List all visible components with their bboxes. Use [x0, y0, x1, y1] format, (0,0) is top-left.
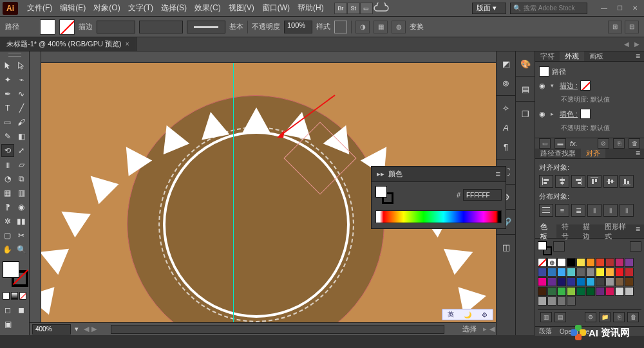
dock-properties-icon[interactable]: ◩: [498, 55, 515, 72]
swatch-cell[interactable]: [567, 258, 576, 267]
new-fill-btn[interactable]: ▬: [554, 138, 566, 149]
vertical-guide[interactable]: [233, 63, 234, 322]
tab-paragraph[interactable]: 段落: [539, 327, 552, 336]
menu-type[interactable]: 文字(T): [124, 3, 157, 14]
color-panel-menu[interactable]: ≡: [495, 169, 500, 179]
swatch-cell[interactable]: [576, 277, 585, 286]
color-spectrum[interactable]: [375, 210, 502, 223]
ruler-origin[interactable]: [30, 51, 41, 63]
shape-builder-tool[interactable]: ◔: [1, 172, 14, 185]
align-vcenter[interactable]: [603, 175, 618, 188]
type-tool[interactable]: T: [1, 102, 14, 114]
eraser-tool[interactable]: ◧: [15, 130, 28, 143]
window-close[interactable]: ✕: [629, 4, 641, 13]
draw-behind[interactable]: ◼: [15, 304, 28, 316]
swatch-cell[interactable]: [538, 277, 547, 286]
menu-file[interactable]: 文件(F): [23, 3, 56, 14]
direct-selection-tool[interactable]: [15, 59, 28, 72]
color-panel-fillstroke[interactable]: [375, 186, 393, 204]
stroke-swatch[interactable]: [59, 19, 75, 35]
tab-scroll-right[interactable]: ▶: [632, 40, 641, 49]
swatch-cell[interactable]: [596, 277, 605, 286]
swatch-new-btn[interactable]: ⎘: [613, 312, 625, 322]
swatch-cell[interactable]: [615, 258, 624, 267]
swatch-cell[interactable]: [605, 287, 614, 296]
color-panel[interactable]: ▸▸ 颜色 ≡ # FFFFFF: [371, 166, 506, 229]
swatch-cell[interactable]: [625, 258, 634, 267]
tab-appearance[interactable]: 外观: [560, 51, 584, 61]
workspace-select[interactable]: 版面 ▾: [472, 3, 506, 14]
arrange-icon[interactable]: ▭: [360, 3, 373, 14]
symbol-sprayer-tool[interactable]: ✲: [1, 215, 14, 228]
selection-tool[interactable]: [1, 59, 14, 72]
dock-color-icon[interactable]: 🎨: [517, 55, 534, 72]
dock-para-icon[interactable]: ¶: [498, 138, 515, 155]
edit-similar-icon[interactable]: ⊟: [625, 21, 639, 33]
tab-artboards[interactable]: 画板: [584, 51, 609, 61]
swatch-cell[interactable]: [576, 258, 585, 267]
expand-caret[interactable]: ▾: [551, 82, 557, 89]
fill-row-label[interactable]: 填色 :: [560, 109, 578, 119]
pen-tool[interactable]: ✒: [1, 87, 14, 100]
swatch-cell[interactable]: [615, 268, 624, 277]
swatch-kind-btn[interactable]: ▤: [554, 312, 566, 322]
align-panel-menu[interactable]: ≡: [632, 149, 644, 158]
swatch-delete-btn[interactable]: 🗑: [627, 312, 639, 322]
dist-bottom[interactable]: ≣: [571, 204, 585, 217]
swatch-cell[interactable]: [547, 277, 556, 286]
blend-tool[interactable]: ◉: [15, 201, 28, 214]
swatch-cell[interactable]: [596, 287, 605, 296]
draw-normal[interactable]: ◻: [1, 304, 14, 316]
swatch-cell[interactable]: [547, 297, 556, 306]
expand-caret[interactable]: ▸: [551, 111, 557, 117]
ruler-vertical[interactable]: [30, 63, 41, 322]
swatch-cell[interactable]: [615, 287, 624, 296]
visibility-toggle[interactable]: ◉: [539, 82, 548, 90]
eyedropper-tool[interactable]: ⁋: [1, 201, 14, 214]
swatch-cell[interactable]: [557, 258, 566, 267]
menu-effect[interactable]: 效果(C): [191, 3, 225, 14]
column-graph-tool[interactable]: ▮▮: [15, 215, 28, 228]
tab-character[interactable]: 字符: [535, 51, 560, 61]
swatch-cell[interactable]: [567, 268, 576, 277]
swatch-cell[interactable]: [605, 268, 614, 277]
magic-wand-tool[interactable]: ✦: [1, 73, 14, 86]
swatch-cell[interactable]: [586, 268, 595, 277]
style-swatch[interactable]: [334, 21, 347, 33]
swatch-cell[interactable]: [557, 268, 566, 277]
swatch-cell[interactable]: [625, 277, 634, 286]
swatch-cell[interactable]: [596, 268, 605, 277]
window-minimize[interactable]: —: [598, 4, 611, 13]
curvature-tool[interactable]: ∿: [15, 87, 28, 100]
swatches-panel-menu[interactable]: ≡: [632, 224, 644, 238]
tab-swatches[interactable]: 色板: [535, 224, 556, 238]
swatch-list-btn[interactable]: [630, 241, 641, 252]
swatch-menu-btn[interactable]: [553, 241, 565, 252]
rotate-tool[interactable]: ⟲: [1, 144, 14, 157]
menu-window[interactable]: 窗口(W): [258, 3, 294, 14]
swatch-cell[interactable]: [557, 297, 566, 306]
duplicate-btn[interactable]: ⎘: [613, 138, 625, 149]
swatch-options-btn[interactable]: ⚙: [585, 312, 596, 322]
bridge-icon[interactable]: Br: [334, 3, 347, 14]
fx-button[interactable]: fx.: [570, 140, 578, 147]
tab-graphic-styles[interactable]: 图形样式: [600, 224, 632, 238]
tab-scroll-left[interactable]: ◀: [622, 40, 631, 49]
dock-layers-b-icon[interactable]: ◫: [498, 239, 515, 255]
document-tab[interactable]: 未标题-1* @ 400% (RGB/GPU 预览) ×: [0, 37, 137, 51]
paintbrush-tool[interactable]: 🖌: [15, 116, 28, 129]
tab-pathfinder[interactable]: 路径查找器: [535, 149, 581, 158]
fill-swatch[interactable]: [40, 19, 55, 35]
rectangle-tool[interactable]: ▭: [1, 116, 14, 129]
line-tool[interactable]: ╱: [15, 102, 28, 114]
clear-btn[interactable]: ⊘: [598, 138, 609, 149]
scale-tool[interactable]: ⤢: [15, 144, 28, 157]
screen-mode[interactable]: ▣: [1, 318, 14, 331]
swatch-cell[interactable]: [567, 277, 576, 286]
gradient-tool[interactable]: ▥: [15, 187, 28, 199]
stroke-width-field[interactable]: [97, 21, 135, 33]
swatch-cell[interactable]: [625, 287, 634, 296]
free-transform-tool[interactable]: ▱: [15, 158, 28, 171]
scrollbar-horizontal[interactable]: [111, 325, 444, 334]
ruler-horizontal[interactable]: [30, 51, 496, 63]
